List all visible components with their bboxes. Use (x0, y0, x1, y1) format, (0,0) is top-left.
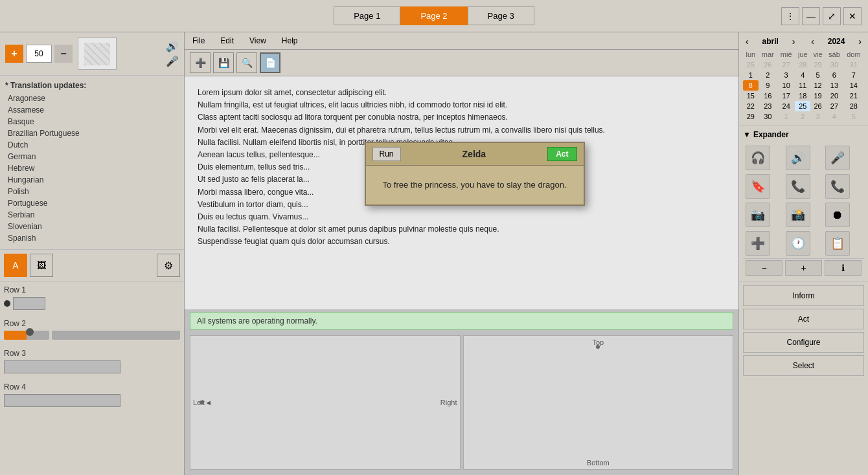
list-item[interactable]: Assamese (5, 104, 179, 116)
minimize-icon[interactable]: — (802, 7, 820, 25)
list-item[interactable]: Hungarian (5, 174, 179, 186)
calendar-day[interactable]: 26 (810, 101, 825, 111)
exp-minus-button[interactable]: − (746, 260, 782, 276)
exp-hangup-icon[interactable]: 📞 (825, 174, 850, 199)
page-tab-1[interactable]: Page 1 (334, 6, 400, 25)
list-item[interactable]: Hebrew (5, 162, 179, 174)
configure-button[interactable]: Configure (743, 332, 864, 353)
cal-next-month[interactable]: › (790, 36, 798, 47)
calendar-day[interactable]: 1 (743, 70, 759, 80)
calendar-day[interactable]: 23 (759, 101, 777, 111)
calendar-day[interactable]: 4 (825, 111, 843, 122)
calendar-day[interactable]: 2 (795, 111, 810, 122)
calendar-day[interactable]: 25 (795, 101, 810, 111)
doc-save-button[interactable]: 💾 (213, 52, 234, 73)
doc-zoom-button[interactable]: 🔍 (236, 52, 257, 73)
expander-header[interactable]: ▼ Expander (743, 130, 864, 139)
menu-file[interactable]: File (190, 35, 207, 47)
exp-camera2-icon[interactable]: 📸 (786, 203, 810, 227)
calendar-day[interactable]: 30 (759, 111, 777, 122)
exp-record-icon[interactable]: ⏺ (825, 203, 850, 227)
mic-icon[interactable]: 🎤 (166, 55, 179, 67)
exp-plus-button[interactable]: + (785, 260, 822, 276)
calendar-day[interactable]: 18 (795, 91, 810, 101)
zoom-out-button[interactable]: − (54, 45, 73, 63)
calendar-day[interactable]: 2 (759, 70, 777, 80)
calendar-day[interactable]: 29 (743, 111, 759, 122)
page-tab-3[interactable]: Page 3 (468, 6, 534, 25)
calendar-day[interactable]: 22 (743, 101, 759, 111)
exp-bookmark-icon[interactable]: 🔖 (746, 174, 770, 199)
list-item[interactable]: Polish (5, 186, 179, 197)
image-tool-button[interactable]: 🖼 (30, 254, 53, 277)
row-2-track[interactable] (4, 331, 49, 340)
menu-view[interactable]: View (247, 35, 269, 47)
exp-add-icon[interactable]: ➕ (746, 231, 770, 256)
list-item[interactable]: Portuguese (5, 197, 179, 209)
menu-icon[interactable]: ⋮ (781, 7, 799, 25)
row-2-thumb[interactable] (26, 328, 34, 336)
inform-button[interactable]: Inform (743, 285, 864, 306)
list-item[interactable]: Serbian (5, 209, 179, 221)
calendar-day[interactable]: 25 (743, 60, 759, 70)
exp-camera-icon[interactable]: 📷 (746, 203, 770, 227)
calendar-day[interactable]: 28 (843, 101, 864, 111)
calendar-day[interactable]: 8 (743, 80, 759, 91)
calendar-day[interactable]: 15 (743, 91, 759, 101)
row-2-track2[interactable] (52, 331, 180, 340)
exp-clipboard-icon[interactable]: 📋 (825, 231, 850, 256)
calendar-day[interactable]: 17 (777, 91, 795, 101)
zoom-in-button[interactable]: + (5, 45, 23, 63)
calendar-day[interactable]: 9 (759, 80, 777, 91)
text-tool-button[interactable]: A (4, 254, 27, 277)
settings-button[interactable]: ⚙ (157, 254, 180, 277)
calendar-day[interactable]: 12 (810, 80, 825, 91)
calendar-day[interactable]: 27 (777, 60, 795, 70)
calendar-day[interactable]: 28 (795, 60, 810, 70)
calendar-day[interactable]: 6 (825, 70, 843, 80)
exp-phone-icon[interactable]: 📞 (786, 174, 810, 199)
calendar-day[interactable]: 13 (825, 80, 843, 91)
row-3-input[interactable] (4, 360, 120, 373)
row-4-input[interactable] (4, 394, 120, 407)
calendar-day[interactable]: 4 (795, 70, 810, 80)
doc-add-button[interactable]: ➕ (190, 52, 211, 73)
volume-icon[interactable]: 🔊 (166, 40, 179, 52)
list-item[interactable]: Brazilian Portuguese (5, 127, 179, 139)
list-item[interactable]: Slovenian (5, 221, 179, 232)
calendar-day[interactable]: 29 (810, 60, 825, 70)
exp-info-button[interactable]: ℹ (825, 260, 862, 276)
maximize-icon[interactable]: ⤢ (823, 7, 841, 25)
exp-volume-icon[interactable]: 🔊 (786, 146, 810, 170)
calendar-day[interactable]: 14 (843, 80, 864, 91)
calendar-day[interactable]: 31 (843, 60, 864, 70)
calendar-day[interactable]: 24 (777, 101, 795, 111)
calendar-day[interactable]: 10 (777, 80, 795, 91)
close-icon[interactable]: ✕ (843, 7, 862, 25)
list-item[interactable]: Dutch (5, 139, 179, 151)
calendar-day[interactable]: 30 (825, 60, 843, 70)
dialog-act-button[interactable]: Act (547, 147, 577, 161)
calendar-day[interactable]: 16 (759, 91, 777, 101)
exp-mic-icon[interactable]: 🎤 (825, 146, 850, 170)
list-item[interactable]: German (5, 151, 179, 162)
calendar-day[interactable]: 5 (843, 111, 864, 122)
calendar-day[interactable]: 21 (843, 91, 864, 101)
calendar-day[interactable]: 27 (825, 101, 843, 111)
list-item[interactable]: Basque (5, 116, 179, 127)
exp-headphones-icon[interactable]: 🎧 (746, 146, 770, 170)
menu-edit[interactable]: Edit (218, 35, 236, 47)
list-item[interactable]: Spanish (5, 232, 179, 244)
exp-clock-icon[interactable]: 🕐 (786, 231, 810, 256)
menu-help[interactable]: Help (279, 35, 301, 47)
dialog-run-button[interactable]: Run (372, 147, 401, 161)
calendar-day[interactable]: 3 (777, 70, 795, 80)
page-tab-2[interactable]: Page 2 (400, 6, 467, 25)
calendar-day[interactable]: 1 (777, 111, 795, 122)
list-item[interactable]: Aragonese (5, 93, 179, 104)
calendar-day[interactable]: 19 (810, 91, 825, 101)
row-1-input[interactable] (13, 297, 45, 310)
select-button[interactable]: Select (743, 355, 864, 376)
calendar-day[interactable]: 7 (843, 70, 864, 80)
calendar-day[interactable]: 20 (825, 91, 843, 101)
